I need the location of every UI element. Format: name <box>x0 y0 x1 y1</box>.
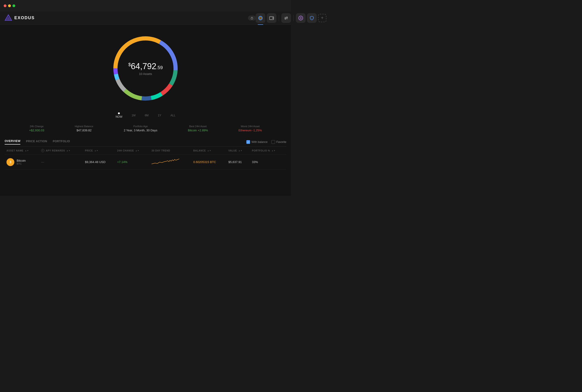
stat-highest-balance: Highest Balance $47,839.82 <box>75 125 93 132</box>
nav-tab-exchange[interactable] <box>281 13 291 23</box>
timeline-dot-now <box>118 112 120 114</box>
header: EXODUS <box>0 12 291 24</box>
svg-text:₿: ₿ <box>10 160 11 164</box>
exodus-logo-icon <box>5 14 12 22</box>
td-asset-name: ₿ Bitcoin BTC <box>5 155 39 170</box>
portfolio-total: $64,792.59 10 Assets <box>128 62 162 76</box>
lock-icon <box>250 16 254 20</box>
tab-price-action[interactable]: PRICE ACTION <box>26 140 47 144</box>
th-24h-change[interactable]: 24H CHANGE ▲▼ <box>115 146 150 155</box>
nav-tab-wallet[interactable] <box>267 13 276 23</box>
svg-rect-9 <box>251 18 253 19</box>
timeline-all[interactable]: ALL <box>170 114 175 117</box>
nav-divider <box>279 15 279 21</box>
minimize-button[interactable] <box>8 4 11 7</box>
td-apy: — <box>39 155 83 170</box>
exchange-icon <box>284 16 289 20</box>
table-row[interactable]: ₿ Bitcoin BTC — $9,364.48 USD +7.14% <box>5 155 286 170</box>
sort-value-icon: ▲▼ <box>238 150 242 152</box>
portfolio-assets-count: 10 Assets <box>128 72 162 76</box>
table-filters: ✓ With balance Favorite <box>246 140 286 144</box>
table-header: ASSET NAME ▲▼ ? APY REWARDS ▲▼ PRI <box>5 146 286 155</box>
filter-with-balance[interactable]: ✓ With balance <box>246 140 268 144</box>
asset-table: ASSET NAME ▲▼ ? APY REWARDS ▲▼ PRI <box>5 146 286 170</box>
th-asset-name[interactable]: ASSET NAME ▲▼ <box>5 146 39 155</box>
filter-favorite[interactable]: Favorite <box>271 140 286 144</box>
stat-best-asset: Best 24H Asset Bitcoin +2.89% <box>188 125 208 132</box>
timeline-1y[interactable]: 1Y <box>158 114 161 117</box>
th-value[interactable]: VALUE ▲▼ <box>226 146 250 155</box>
table-tabs: OVERVIEW PRICE ACTION PORTFOLIO ✓ With b… <box>5 137 286 146</box>
logo: EXODUS <box>5 14 35 22</box>
wallet-icon <box>269 16 274 20</box>
sort-asset-name-icon: ▲▼ <box>25 150 29 152</box>
td-value: $5,637.91 <box>226 155 250 170</box>
portfolio-timeline: NOW 1M 6M 1Y ALL <box>116 112 176 118</box>
td-price: $9,364.48 USD <box>83 155 115 170</box>
td-portfolio-pct: 33% <box>250 155 286 170</box>
tab-portfolio[interactable]: PORTFOLIO <box>53 140 70 144</box>
portfolio-icon <box>258 16 263 20</box>
close-button[interactable] <box>4 4 6 7</box>
portfolio-stats: 24h Change +$2,930.03 Highest Balance $4… <box>0 122 291 134</box>
svg-point-2 <box>258 16 262 20</box>
sort-balance-icon: ▲▼ <box>207 150 211 152</box>
apy-help-icon[interactable]: ? <box>41 149 44 152</box>
sort-portfolio-icon: ▲▼ <box>272 150 276 152</box>
svg-rect-5 <box>272 18 274 18</box>
stat-worst-asset: Worst 24H Asset Ethereum -1,25% <box>238 125 262 132</box>
nav-tab-portfolio[interactable] <box>256 13 265 23</box>
sort-price-icon: ▲▼ <box>94 150 98 152</box>
favorite-checkbox[interactable] <box>271 140 275 144</box>
lock-toggle[interactable] <box>248 16 256 20</box>
portfolio-donut-chart: $64,792.59 10 Assets <box>106 29 185 108</box>
bitcoin-icon: ₿ <box>6 158 14 166</box>
with-balance-checkbox[interactable]: ✓ <box>246 140 250 144</box>
sort-change-icon: ▲▼ <box>135 150 139 152</box>
sort-apy-icon: ▲▼ <box>66 150 70 152</box>
titlebar <box>0 0 291 12</box>
th-price[interactable]: PRICE ▲▼ <box>83 146 115 155</box>
stat-24h-change: 24h Change +$2,930.03 <box>29 125 44 132</box>
td-30d-trend <box>150 155 192 170</box>
table-section: OVERVIEW PRICE ACTION PORTFOLIO ✓ With b… <box>0 137 291 170</box>
th-apy[interactable]: ? APY REWARDS ▲▼ <box>39 146 83 155</box>
window-controls <box>4 4 15 7</box>
th-balance[interactable]: BALANCE ▲▼ <box>192 146 227 155</box>
td-balance: 0.60205315 BTC <box>192 155 227 170</box>
portfolio-amount: $64,792.59 <box>128 62 162 71</box>
tab-overview[interactable]: OVERVIEW <box>5 140 20 144</box>
th-portfolio-pct[interactable]: PORTFOLIO % ▲▼ <box>250 146 286 155</box>
td-24h-change: +7.14% <box>115 155 150 170</box>
maximize-button[interactable] <box>12 4 15 7</box>
table-body: ₿ Bitcoin BTC — $9,364.48 USD +7.14% <box>5 155 286 170</box>
logo-text: EXODUS <box>14 16 35 20</box>
nav-tabs: + + <box>256 13 291 23</box>
th-30d-trend: 30 DAY TREND <box>150 146 192 155</box>
portfolio-section: $64,792.59 10 Assets NOW 1M 6M 1Y ALL <box>0 24 291 137</box>
stat-portfolio-age: Portfolio Age 2 Year, 3 Month, 30 Days <box>124 125 157 132</box>
main-content: $64,792.59 10 Assets NOW 1M 6M 1Y ALL <box>0 24 291 196</box>
svg-point-3 <box>260 17 262 19</box>
timeline-6m[interactable]: 6M <box>145 114 149 117</box>
bitcoin-sparkline <box>152 158 179 166</box>
timeline-now[interactable]: NOW <box>116 112 122 118</box>
timeline-1m[interactable]: 1M <box>132 114 136 117</box>
